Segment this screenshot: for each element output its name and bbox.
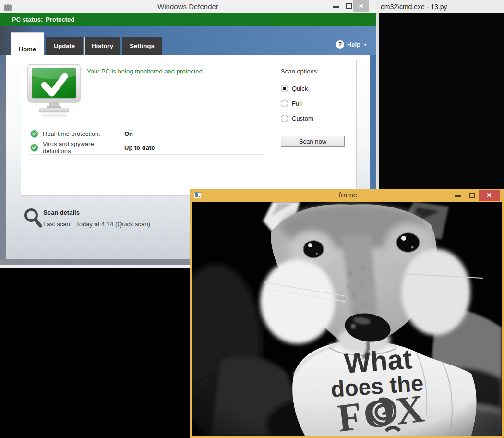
help-menu-button[interactable]: ? Help ▼ [336, 40, 367, 49]
radio-button[interactable] [281, 85, 288, 92]
minimize-button[interactable] [333, 6, 339, 8]
definitions-row: Virus and spyware definitions: Up to dat… [30, 140, 155, 155]
green-check-icon [30, 130, 38, 138]
protected-monitor-icon [27, 64, 81, 118]
close-button[interactable]: ✕ [353, 0, 369, 12]
tab-settings[interactable]: Settings [122, 36, 162, 55]
pc-status-bar: PC status:Protected [0, 13, 376, 26]
radio-quick-label: Quick [292, 85, 308, 92]
close-button[interactable]: ✕ [479, 190, 500, 201]
frame-titlebar[interactable]: frame ✕ [190, 189, 504, 202]
protection-message: Your PC is being monitored and protected… [87, 68, 204, 75]
pc-status-label: PC status: [12, 16, 43, 23]
radio-full[interactable]: Full [281, 100, 302, 107]
status-panel: Your PC is being monitored and protected… [21, 60, 357, 196]
last-scan-line: Last scan: Today at 4:14 (Quick scan) [43, 220, 150, 228]
frame-window-title: frame [190, 191, 504, 199]
defender-left-border [0, 55, 6, 259]
definitions-value: Up to date [124, 144, 155, 151]
window-title: Windows Defender [0, 2, 376, 11]
radio-quick[interactable]: Quick [281, 85, 308, 92]
scan-now-button[interactable]: Scan now [281, 136, 345, 147]
radio-button[interactable] [281, 115, 288, 122]
last-scan-value: Today at 4:14 (Quick scan) [76, 220, 150, 228]
green-check-icon [30, 144, 38, 152]
realtime-protection-row: Real-time protection: On [30, 130, 133, 138]
cmd-titlebar[interactable]: em32\cmd.exe - 13.py [376, 0, 504, 13]
scan-options-title: Scan options: [281, 68, 319, 75]
pc-status-value: Protected [46, 16, 74, 23]
fox-photo: What does the FOX [192, 202, 502, 436]
maximize-button[interactable] [346, 3, 352, 9]
frame-window: frame ✕ [190, 189, 504, 438]
last-scan-label: Last scan: [43, 220, 72, 228]
tab-bar: Home Update History Settings ? Help ▼ [0, 26, 376, 55]
scan-details-section: Scan details Last scan: Today at 4:14 (Q… [24, 208, 216, 237]
camera-frame-content: What does the FOX [192, 202, 502, 436]
radio-full-label: Full [292, 100, 302, 107]
defender-titlebar[interactable]: Windows Defender ✕ [0, 0, 376, 13]
scan-options-panel: Scan options: Quick Full Custom Scan now [272, 60, 356, 195]
maximize-button[interactable] [469, 193, 475, 198]
cmd-window-title: em32\cmd.exe - 13.py [381, 3, 447, 11]
radio-button[interactable] [281, 100, 288, 107]
tab-home[interactable]: Home [11, 32, 44, 55]
help-icon: ? [336, 40, 344, 49]
chevron-down-icon: ▼ [363, 42, 367, 47]
radio-custom[interactable]: Custom [281, 115, 313, 122]
realtime-protection-value: On [124, 130, 133, 137]
desktop: em32\cmd.exe - 13.py Windows Defender ✕ … [0, 0, 504, 438]
realtime-protection-label: Real-time protection: [43, 130, 124, 137]
definitions-label: Virus and spyware definitions: [43, 140, 124, 155]
tab-history[interactable]: History [84, 36, 120, 55]
radio-custom-label: Custom [292, 115, 313, 122]
minimize-button[interactable] [455, 195, 461, 197]
scan-details-title: Scan details [43, 209, 80, 216]
divider [29, 154, 264, 155]
help-label: Help [347, 41, 360, 48]
tab-update[interactable]: Update [46, 36, 83, 55]
magnifier-icon [24, 208, 42, 229]
